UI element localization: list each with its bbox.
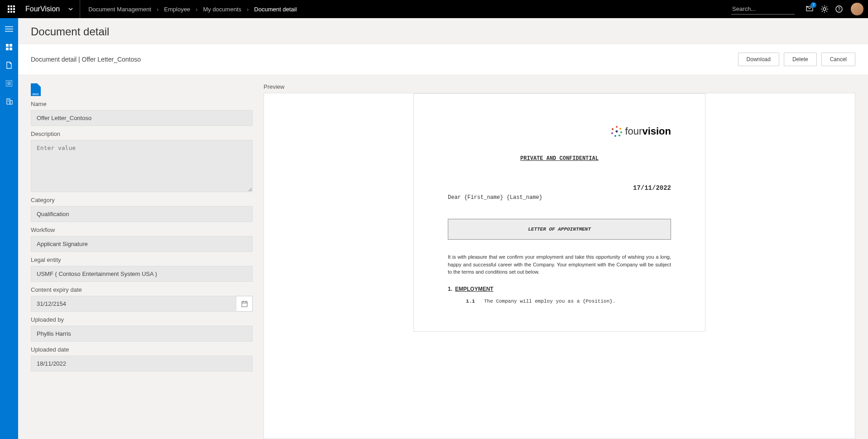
help-button[interactable]: ? [832, 0, 846, 18]
svg-rect-0 [8, 5, 10, 7]
svg-rect-24 [6, 44, 9, 47]
document-icon [6, 62, 12, 69]
page-title: Document detail [31, 25, 855, 38]
svg-rect-2 [13, 5, 15, 7]
field-label-description: Description [31, 130, 253, 137]
messages-button[interactable]: 7 [803, 0, 817, 18]
nav-documents[interactable] [0, 56, 18, 74]
notification-badge: 7 [810, 2, 816, 8]
svg-point-45 [611, 132, 613, 134]
breadcrumb-item-current: Document detail [252, 6, 298, 13]
brand-switcher[interactable]: FourVision [23, 0, 80, 18]
svg-rect-1 [10, 5, 12, 7]
doc-appointment-box: LETTER OF APPOINTMENT [448, 219, 671, 240]
svg-rect-6 [8, 11, 10, 13]
svg-rect-26 [6, 48, 9, 50]
help-icon: ? [835, 5, 843, 13]
chevron-right-icon: › [196, 6, 197, 13]
document-page: fourvision PRIVATE AND CONFIDENTIAL 17/1… [413, 93, 705, 332]
hamburger-icon [5, 26, 13, 32]
gear-icon [821, 5, 828, 13]
svg-point-44 [614, 135, 616, 137]
doc-date: 17/11/2022 [448, 184, 671, 192]
svg-point-40 [616, 126, 618, 128]
breadcrumb: Document Management › Employee › My docu… [86, 6, 298, 13]
field-label-category: Category [31, 197, 253, 203]
svg-line-16 [826, 11, 827, 12]
svg-rect-5 [13, 8, 15, 10]
doc-file-icon: DOC [31, 83, 41, 96]
settings-button[interactable] [817, 0, 832, 18]
breadcrumb-item[interactable]: My documents [201, 6, 243, 13]
date-picker-button[interactable] [236, 296, 253, 312]
left-nav-rail [0, 18, 18, 439]
field-label-name: Name [31, 101, 253, 107]
preview-label: Preview [264, 83, 855, 90]
preview-column: Preview fourvision PRIVATE AND CONFIDENT… [264, 83, 855, 439]
topbar: FourVision Document Management › Employe… [0, 0, 868, 18]
details-form: DOC Name Description Category Workflow L… [31, 83, 253, 439]
field-label-workflow: Workflow [31, 227, 253, 233]
nav-home[interactable] [0, 38, 18, 56]
fourvision-mark-icon [611, 125, 623, 137]
field-label-uploaded-date: Uploaded date [31, 346, 253, 353]
doc-private-heading: PRIVATE AND CONFIDENTIAL [448, 155, 671, 162]
svg-rect-25 [10, 44, 12, 47]
svg-line-17 [822, 11, 823, 12]
svg-point-42 [620, 131, 622, 133]
search-input[interactable] [731, 4, 795, 14]
list-icon [6, 80, 12, 87]
svg-rect-27 [10, 48, 12, 50]
chevron-right-icon: › [157, 6, 158, 13]
tiles-icon [6, 44, 12, 50]
cancel-button[interactable]: Cancel [821, 53, 855, 66]
svg-rect-36 [242, 302, 247, 307]
waffle-icon [8, 5, 15, 13]
svg-rect-33 [10, 101, 12, 104]
main-content: Document detail Document detail | Offer … [18, 18, 868, 439]
chevron-right-icon: › [247, 6, 249, 13]
category-field[interactable] [31, 206, 253, 222]
name-field[interactable] [31, 110, 253, 126]
uploaded-date-field[interactable] [31, 356, 253, 371]
doc-clause: 1.1 The Company will employ you as a {Po… [448, 299, 671, 304]
org-icon [6, 98, 13, 105]
svg-rect-8 [13, 11, 15, 13]
expiry-date-field[interactable] [31, 296, 236, 312]
nav-org[interactable] [0, 92, 18, 111]
svg-point-41 [619, 128, 621, 130]
download-button[interactable]: Download [738, 53, 779, 66]
breadcrumb-item[interactable]: Employee [162, 6, 192, 13]
brand-name: FourVision [25, 5, 60, 13]
page-title-bar: Document detail [18, 18, 868, 44]
subheader-bar: Document detail | Offer Letter_Contoso D… [18, 44, 868, 74]
svg-text:?: ? [838, 7, 840, 12]
svg-rect-3 [8, 8, 10, 10]
doc-logo: fourvision [448, 125, 671, 137]
doc-logo-text: fourvision [625, 125, 671, 137]
chevron-down-icon [68, 6, 73, 12]
svg-rect-4 [10, 8, 12, 10]
field-label-uploaded-by: Uploaded by [31, 316, 253, 323]
uploaded-by-field[interactable] [31, 326, 253, 342]
svg-rect-7 [10, 11, 12, 13]
field-label-legal-entity: Legal entity [31, 256, 253, 263]
delete-button[interactable]: Delete [784, 53, 817, 66]
waffle-launcher[interactable] [0, 0, 23, 18]
description-field[interactable] [31, 140, 253, 192]
nav-collapse-toggle[interactable] [0, 20, 18, 38]
breadcrumb-item[interactable]: Document Management [86, 6, 153, 13]
legal-entity-field[interactable] [31, 266, 253, 282]
svg-point-43 [619, 135, 620, 136]
user-avatar[interactable] [851, 3, 863, 15]
search-container [731, 4, 795, 14]
workflow-field[interactable] [31, 236, 253, 252]
doc-section-heading: 1.EMPLOYMENT [448, 286, 671, 292]
svg-point-47 [615, 130, 618, 133]
calendar-icon [241, 301, 248, 307]
preview-scroll-area[interactable]: fourvision PRIVATE AND CONFIDENTIAL 17/1… [264, 93, 855, 439]
nav-list[interactable] [0, 74, 18, 92]
svg-line-15 [822, 6, 823, 7]
svg-point-10 [823, 8, 826, 10]
field-label-expiry: Content expiry date [31, 286, 253, 293]
